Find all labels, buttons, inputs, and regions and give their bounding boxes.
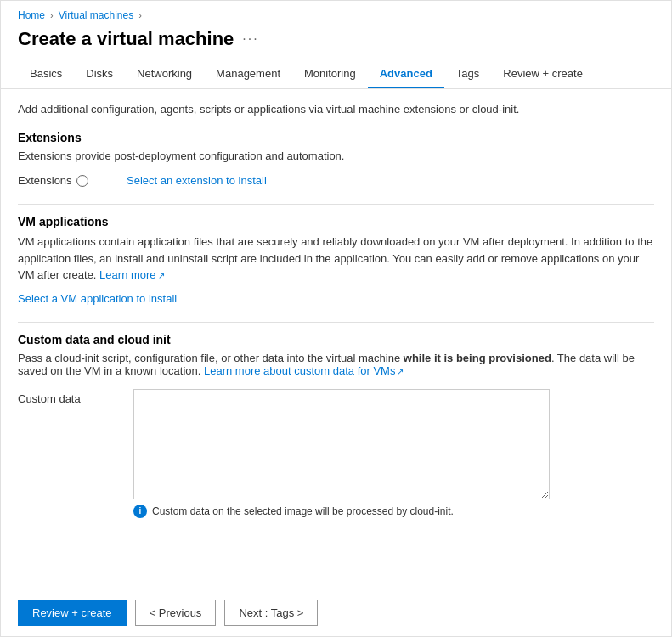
extensions-title: Extensions	[18, 131, 654, 144]
review-create-button[interactable]: Review + create	[18, 600, 127, 626]
breadcrumb-vms[interactable]: Virtual machines	[59, 9, 134, 21]
vm-apps-title: VM applications	[18, 215, 654, 228]
external-link-icon-2: ↗	[397, 367, 404, 376]
vm-apps-desc: VM applications contain application file…	[18, 234, 654, 284]
chevron-icon-1: ›	[50, 10, 54, 20]
page-title: Create a virtual machine	[18, 28, 234, 50]
tab-monitoring[interactable]: Monitoring	[292, 60, 368, 88]
tab-tags[interactable]: Tags	[444, 60, 491, 88]
extensions-select-link[interactable]: Select an extension to install	[127, 174, 267, 187]
breadcrumb-home[interactable]: Home	[18, 9, 45, 21]
tab-management[interactable]: Management	[204, 60, 292, 88]
tab-advanced[interactable]: Advanced	[368, 60, 444, 88]
vm-apps-select-link[interactable]: Select a VM application to install	[18, 292, 177, 305]
tab-networking[interactable]: Networking	[125, 60, 204, 88]
extensions-info-icon[interactable]: i	[76, 175, 88, 187]
previous-button[interactable]: < Previous	[135, 600, 217, 626]
custom-data-section: Custom data and cloud init Pass a cloud-…	[18, 333, 654, 518]
custom-data-note: i Custom data on the selected image will…	[133, 505, 550, 518]
more-options-icon[interactable]: ···	[242, 31, 258, 47]
divider-1	[18, 204, 654, 205]
tab-disks[interactable]: Disks	[74, 60, 125, 88]
extensions-section: Extensions Extensions provide post-deplo…	[18, 131, 654, 187]
extensions-desc: Extensions provide post-deployment confi…	[18, 149, 654, 162]
divider-2	[18, 322, 654, 323]
extensions-label: Extensions i	[18, 174, 120, 187]
external-link-icon-1: ↗	[158, 271, 165, 280]
breadcrumb: Home › Virtual machines ›	[1, 1, 671, 25]
next-button[interactable]: Next : Tags >	[224, 600, 318, 626]
custom-data-title: Custom data and cloud init	[18, 333, 654, 347]
custom-data-row: Custom data	[18, 389, 654, 499]
page-header: Create a virtual machine ···	[1, 25, 671, 60]
page-description: Add additional configuration, agents, sc…	[18, 103, 654, 116]
vm-apps-section: VM applications VM applications contain …	[18, 215, 654, 305]
chevron-icon-2: ›	[138, 10, 142, 20]
custom-data-desc: Pass a cloud-init script, configuration …	[18, 352, 654, 377]
tab-review-create[interactable]: Review + create	[491, 60, 595, 88]
footer-bar: Review + create < Previous Next : Tags >	[1, 589, 671, 636]
vm-apps-learn-more[interactable]: Learn more↗	[99, 268, 164, 281]
custom-data-input[interactable]	[133, 389, 550, 499]
tab-basics[interactable]: Basics	[18, 60, 74, 88]
custom-data-learn-more[interactable]: Learn more about custom data for VMs↗	[204, 364, 404, 377]
custom-data-label: Custom data	[18, 389, 120, 405]
tabs-bar: Basics Disks Networking Management Monit…	[1, 60, 671, 89]
info-circle-icon: i	[133, 505, 147, 518]
extensions-field-row: Extensions i Select an extension to inst…	[18, 174, 654, 187]
main-content: Add additional configuration, agents, sc…	[1, 89, 671, 589]
